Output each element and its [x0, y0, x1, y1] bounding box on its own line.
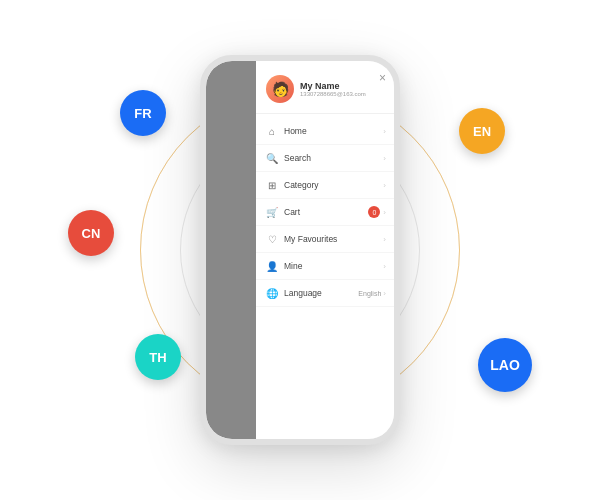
menu-item-favourites[interactable]: ♡ My Favourites › — [256, 226, 396, 253]
phone-mockup: × 🧑 My Name 13307288665@163.com ⌂ Home ›… — [200, 55, 400, 445]
badge-lao[interactable]: LAO — [478, 338, 532, 392]
profile-email: 13307288665@163.com — [300, 91, 386, 97]
profile-name: My Name — [300, 81, 386, 91]
menu-item-language[interactable]: 🌐 Language English › — [256, 280, 396, 307]
cart-icon: 🛒 — [266, 206, 278, 218]
cart-badge: 0 — [368, 206, 380, 218]
chevron-icon: › — [383, 235, 386, 244]
badge-fr[interactable]: FR — [120, 90, 166, 136]
menu-label-mine: Mine — [284, 261, 383, 271]
chevron-icon: › — [383, 262, 386, 271]
menu-item-category[interactable]: ⊞ Category › — [256, 172, 396, 199]
chevron-icon: › — [383, 181, 386, 190]
menu-label-cart: Cart — [284, 207, 368, 217]
language-value: English — [358, 290, 381, 297]
user-icon: 👤 — [266, 260, 278, 272]
avatar: 🧑 — [266, 75, 294, 103]
drawer-panel: × 🧑 My Name 13307288665@163.com ⌂ Home ›… — [256, 61, 396, 439]
chevron-icon: › — [383, 127, 386, 136]
chevron-icon: › — [383, 208, 386, 217]
scroll-indicator — [394, 141, 396, 221]
menu-label-home: Home — [284, 126, 383, 136]
home-icon: ⌂ — [266, 125, 278, 137]
chevron-icon: › — [383, 289, 386, 298]
menu-label-search: Search — [284, 153, 383, 163]
chevron-icon: › — [383, 154, 386, 163]
menu-item-home[interactable]: ⌂ Home › — [256, 118, 396, 145]
search-icon: 🔍 — [266, 152, 278, 164]
badge-cn[interactable]: CN — [68, 210, 114, 256]
heart-icon: ♡ — [266, 233, 278, 245]
menu-label-language: Language — [284, 288, 358, 298]
language-icon: 🌐 — [266, 287, 278, 299]
category-icon: ⊞ — [266, 179, 278, 191]
menu-item-search[interactable]: 🔍 Search › — [256, 145, 396, 172]
close-button[interactable]: × — [379, 71, 386, 85]
badge-en[interactable]: EN — [459, 108, 505, 154]
menu-label-category: Category — [284, 180, 383, 190]
scene: FR EN CN TH LAO × 🧑 My Name 13307288665@… — [0, 0, 600, 500]
badge-th[interactable]: TH — [135, 334, 181, 380]
menu-label-favourites: My Favourites — [284, 234, 383, 244]
drawer-profile: 🧑 My Name 13307288665@163.com — [256, 61, 396, 114]
menu-item-cart[interactable]: 🛒 Cart 0 › — [256, 199, 396, 226]
profile-info: My Name 13307288665@163.com — [300, 81, 386, 97]
menu-list: ⌂ Home › 🔍 Search › ⊞ Category › 🛒 Cart — [256, 114, 396, 311]
menu-item-mine[interactable]: 👤 Mine › — [256, 253, 396, 280]
